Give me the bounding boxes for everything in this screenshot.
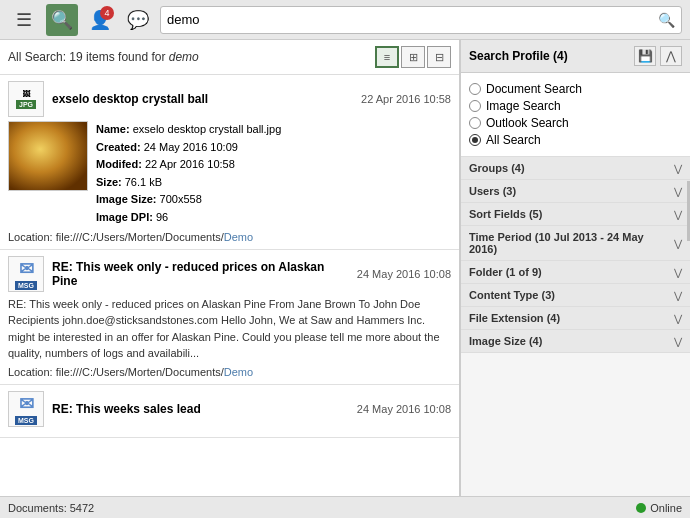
file-extension-label: MSG [15,281,37,290]
result-item-header: ✉ MSG RE: This weeks sales lead 24 May 2… [8,391,451,427]
grid-view-button[interactable]: ⊞ [401,46,425,68]
result-date: 24 May 2016 10:08 [357,268,451,280]
modified-value: 22 Apr 2016 10:58 [145,158,235,170]
location-prefix: Location: file:///C:/Users/Morten/Docume… [8,366,224,378]
collapse-all-button[interactable]: ⋀ [660,46,682,66]
online-indicator: Online [636,502,682,514]
search-submit-icon[interactable]: 🔍 [658,12,675,28]
chevron-down-icon: ⋁ [674,238,682,249]
online-label: Online [650,502,682,514]
radio-circle-image [469,100,481,112]
search-query: demo [169,50,199,64]
chat-button[interactable]: 💬 [122,4,154,36]
chevron-down-icon: ⋁ [674,290,682,301]
radio-circle-document [469,83,481,95]
menu-button[interactable]: ☰ [8,4,40,36]
location-prefix: Location: file:///C:/Users/Morten/Docume… [8,231,224,243]
section-content-title: Content Type (3) [469,289,674,301]
location-line: Location: file:///C:/Users/Morten/Docume… [8,366,451,378]
collapse-icon: ⋀ [666,49,676,63]
location-highlight[interactable]: Demo [224,366,253,378]
result-item: ✉ MSG RE: This weeks sales lead 24 May 2… [0,385,459,438]
file-icon-page: ✉ [19,393,34,415]
radio-label-outlook: Outlook Search [486,116,569,130]
status-bar: Documents: 5472 Online [0,496,690,518]
image-size-label: Image Size: [96,193,160,205]
name-label: Name: [96,123,133,135]
chat-icon: 💬 [127,9,149,31]
location-line: Location: file:///C:/Users/Morten/Docume… [8,231,451,243]
document-count: Documents: 5472 [8,502,94,514]
file-icon-page: ✉ [19,258,34,280]
radio-label-document: Document Search [486,82,582,96]
result-title[interactable]: exselo desktop crystall ball [52,92,353,106]
file-extension-label: JPG [16,100,36,109]
name-value: exselo desktop crystall ball.jpg [133,123,282,135]
dpi-label: Image DPI: [96,211,156,223]
chevron-down-icon: ⋁ [674,209,682,220]
section-time-period[interactable]: Time Period (10 Jul 2013 - 24 May 2016) … [461,226,690,261]
file-icon-msg2: ✉ MSG [8,391,44,427]
thumbnail [8,121,88,191]
image-size-value: 700x558 [160,193,202,205]
section-file-ext[interactable]: File Extension (4) ⋁ [461,307,690,330]
results-count-text: All Search: 19 items found for demo [8,50,375,64]
section-users[interactable]: Users (3) ⋁ [461,180,690,203]
radio-circle-outlook [469,117,481,129]
search-icon: 🔍 [51,9,73,31]
radio-option-image[interactable]: Image Search [469,99,682,113]
result-title[interactable]: RE: This weeks sales lead [52,402,349,416]
section-folder-title: Folder (1 of 9) [469,266,674,278]
search-type-options: Document Search Image Search Outlook Sea… [461,73,690,157]
section-content-type[interactable]: Content Type (3) ⋁ [461,284,690,307]
right-panel: Search Profile (4) 💾 ⋀ Document Search I… [460,40,690,496]
section-sort-title: Sort Fields (5) [469,208,674,220]
location-highlight[interactable]: Demo [224,231,253,243]
file-icon-jpg: 🖼 JPG [8,81,44,117]
save-profile-button[interactable]: 💾 [634,46,656,66]
image-view-button[interactable]: ⊟ [427,46,451,68]
message-preview: RE: This week only - reduced prices on A… [8,296,451,362]
image-view-icon: ⊟ [435,51,444,64]
radio-option-document[interactable]: Document Search [469,82,682,96]
size-value: 76.1 kB [125,176,162,188]
search-profile-title: Search Profile (4) [469,49,634,63]
section-users-title: Users (3) [469,185,674,197]
result-date: 24 May 2016 10:08 [357,403,451,415]
result-item: ✉ MSG RE: This week only - reduced price… [0,250,459,385]
result-date: 22 Apr 2016 10:58 [361,93,451,105]
list-view-button[interactable]: ≡ [375,46,399,68]
section-folder[interactable]: Folder (1 of 9) ⋁ [461,261,690,284]
radio-label-all: All Search [486,133,541,147]
result-item: 🖼 JPG exselo desktop crystall ball 22 Ap… [0,75,459,250]
file-extension-label: MSG [15,416,37,425]
section-groups-title: Groups (4) [469,162,674,174]
toolbar: ☰ 🔍 👤 4 💬 🔍 [0,0,690,40]
size-label: Size: [96,176,125,188]
section-groups[interactable]: Groups (4) ⋁ [461,157,690,180]
chevron-down-icon: ⋁ [674,313,682,324]
radio-option-all[interactable]: All Search [469,133,682,147]
result-title[interactable]: RE: This week only - reduced prices on A… [52,260,349,288]
menu-icon: ☰ [16,9,32,31]
detail-text: Name: exselo desktop crystall ball.jpg C… [96,121,281,227]
section-sort-fields[interactable]: Sort Fields (5) ⋁ [461,203,690,226]
search-button[interactable]: 🔍 [46,4,78,36]
radio-option-outlook[interactable]: Outlook Search [469,116,682,130]
detail-block: Name: exselo desktop crystall ball.jpg C… [8,121,451,227]
section-image-size[interactable]: Image Size (4) ⋁ [461,330,690,353]
result-item-header: 🖼 JPG exselo desktop crystall ball 22 Ap… [8,81,451,117]
chevron-down-icon: ⋁ [674,267,682,278]
radio-circle-all [469,134,481,146]
chevron-down-icon: ⋁ [674,163,682,174]
search-profile-actions: 💾 ⋀ [634,46,682,66]
search-box: 🔍 [160,6,682,34]
search-input[interactable] [167,12,658,27]
modified-label: Modifed: [96,158,145,170]
save-icon: 💾 [638,49,653,63]
grid-view-icon: ⊞ [409,51,418,64]
search-profile-header: Search Profile (4) 💾 ⋀ [461,40,690,73]
section-file-ext-title: File Extension (4) [469,312,674,324]
file-icon-page: 🖼 [22,90,30,99]
add-user-button[interactable]: 👤 4 [84,4,116,36]
